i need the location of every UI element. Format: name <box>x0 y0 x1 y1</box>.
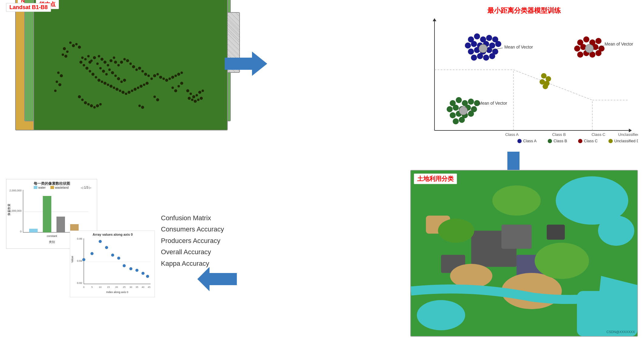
svg-point-82 <box>96 104 99 107</box>
svg-text:Mean of Vector: Mean of Vector <box>605 42 633 46</box>
svg-point-27 <box>117 77 120 80</box>
svg-marker-243 <box>197 267 237 291</box>
svg-text:Value: Value <box>71 256 74 263</box>
svg-point-99 <box>138 105 141 107</box>
svg-point-164 <box>574 46 580 52</box>
svg-point-232 <box>82 258 85 261</box>
svg-point-35 <box>83 64 85 66</box>
svg-point-17 <box>129 62 132 65</box>
scatter-svg: Array values along axis 0 0.86 0.84 0.82… <box>70 231 155 298</box>
svg-text:10: 10 <box>99 286 102 288</box>
svg-point-40 <box>97 79 101 82</box>
svg-point-183 <box>548 139 552 143</box>
svg-point-69 <box>72 44 75 47</box>
svg-point-11 <box>113 56 115 59</box>
svg-point-1 <box>98 55 100 57</box>
svg-point-3 <box>101 58 104 61</box>
svg-point-60 <box>159 76 162 79</box>
svg-point-138 <box>479 44 487 53</box>
svg-point-258 <box>535 243 589 279</box>
svg-point-43 <box>107 83 109 86</box>
svg-point-101 <box>56 80 58 83</box>
svg-point-74 <box>62 53 64 56</box>
svg-point-31 <box>102 70 105 73</box>
svg-point-23 <box>147 75 150 77</box>
svg-point-18 <box>132 65 135 68</box>
svg-point-91 <box>191 99 193 101</box>
svg-point-102 <box>58 83 61 86</box>
svg-point-5 <box>104 61 107 64</box>
svg-point-146 <box>447 106 453 112</box>
svg-point-119 <box>474 33 480 39</box>
svg-text:45: 45 <box>148 286 151 288</box>
svg-text:0.82: 0.82 <box>77 282 82 285</box>
svg-point-242 <box>146 275 149 278</box>
svg-rect-197 <box>50 186 54 189</box>
svg-text:5: 5 <box>91 286 93 288</box>
svg-text:每一类的像素数柱状图: 每一类的像素数柱状图 <box>34 181 70 186</box>
svg-point-0 <box>93 56 96 59</box>
svg-text:Class B: Class B <box>552 132 566 137</box>
classmap-title: 土地利用分类 <box>414 174 457 184</box>
svg-text:Class C: Class C <box>584 139 598 143</box>
svg-point-137 <box>489 53 495 59</box>
svg-point-134 <box>471 55 477 61</box>
svg-point-96 <box>60 74 63 77</box>
svg-point-87 <box>196 94 198 96</box>
classmap-container: 土地利用分类 <box>410 170 638 337</box>
svg-point-239 <box>129 267 132 270</box>
svg-point-24 <box>108 69 111 71</box>
svg-point-54 <box>140 85 143 88</box>
svg-point-103 <box>54 89 56 92</box>
svg-point-4 <box>96 62 99 65</box>
svg-point-86 <box>192 95 195 98</box>
svg-point-105 <box>174 89 177 92</box>
svg-point-93 <box>197 99 199 101</box>
svg-point-169 <box>577 52 583 58</box>
svg-point-100 <box>141 106 144 109</box>
svg-point-241 <box>141 272 145 275</box>
svg-point-173 <box>585 44 594 53</box>
svg-point-235 <box>105 246 108 249</box>
svg-point-95 <box>57 72 60 74</box>
svg-point-246 <box>598 216 634 246</box>
svg-point-238 <box>123 264 126 267</box>
svg-point-19 <box>135 69 138 71</box>
svg-point-39 <box>95 76 97 79</box>
svg-point-181 <box>517 139 522 143</box>
svg-text:像素数量: 像素数量 <box>7 204 11 216</box>
svg-point-90 <box>188 97 191 100</box>
svg-point-52 <box>134 88 137 91</box>
svg-point-248 <box>417 300 465 330</box>
svg-point-28 <box>120 80 123 83</box>
svg-point-22 <box>144 73 147 76</box>
svg-point-9 <box>107 64 109 66</box>
svg-point-129 <box>468 49 474 55</box>
svg-text:2,000,000: 2,000,000 <box>9 189 22 192</box>
svg-point-84 <box>186 89 189 92</box>
svg-point-187 <box>608 139 613 143</box>
svg-point-157 <box>459 106 468 115</box>
classifier-diagram: Mean of Vector Mean of Vector <box>410 15 638 146</box>
svg-point-76 <box>78 95 81 98</box>
watermark: CSDN@XXXXXXX <box>606 330 635 334</box>
svg-rect-251 <box>501 225 531 249</box>
svg-point-49 <box>125 93 127 95</box>
svg-text:Class A: Class A <box>523 139 537 143</box>
metric-producers-accuracy: Producers Accuracy <box>161 235 246 246</box>
classmap-image: CSDN@XXXXXXX <box>410 170 638 337</box>
svg-point-33 <box>81 56 83 59</box>
svg-text:20: 20 <box>115 286 118 288</box>
svg-point-142 <box>456 97 462 103</box>
svg-text:35: 35 <box>136 286 138 288</box>
svg-point-37 <box>89 70 91 72</box>
svg-point-21 <box>141 70 144 72</box>
svg-point-234 <box>99 240 102 243</box>
svg-point-61 <box>162 78 165 80</box>
svg-point-10 <box>110 59 113 62</box>
svg-point-29 <box>123 79 126 82</box>
svg-point-48 <box>121 91 124 94</box>
svg-point-104 <box>172 86 174 89</box>
svg-text:Unclassified Data: Unclassified Data <box>614 139 638 143</box>
svg-text:0.84: 0.84 <box>77 259 82 262</box>
